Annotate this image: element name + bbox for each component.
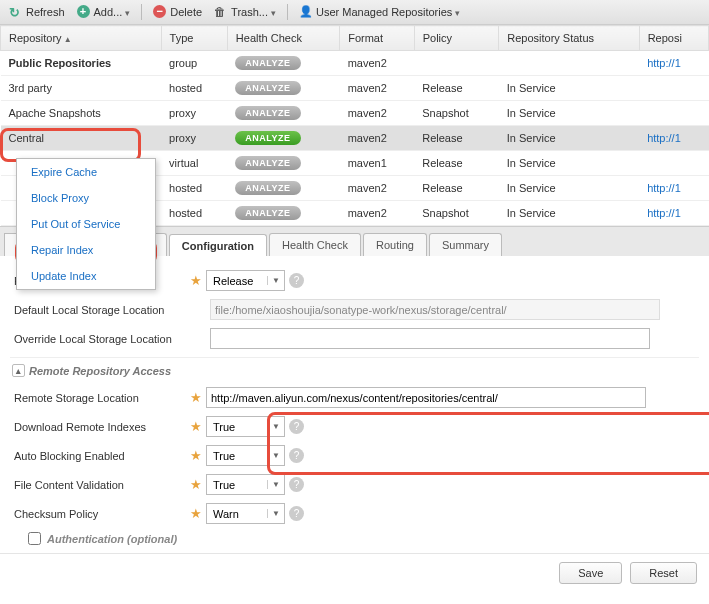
- health-check-cell: ANALYZE: [227, 151, 339, 176]
- analyze-button[interactable]: ANALYZE: [235, 56, 300, 70]
- checksum-value: Warn: [207, 508, 267, 520]
- format-cell: maven2: [340, 126, 415, 151]
- context-menu-item[interactable]: Update Index: [17, 263, 155, 289]
- policy-cell: Release: [414, 151, 499, 176]
- required-icon: ★: [190, 390, 202, 405]
- delete-button[interactable]: Delete: [149, 3, 206, 21]
- column-header[interactable]: Repository Status: [499, 26, 639, 51]
- repo-url-link[interactable]: http://1: [647, 207, 681, 219]
- column-header[interactable]: Reposi: [639, 26, 708, 51]
- chevron-down-icon: ▼: [267, 480, 284, 489]
- type-cell: hosted: [161, 201, 227, 226]
- reset-button[interactable]: Reset: [630, 562, 697, 584]
- dropdown-icon: [271, 6, 276, 18]
- remote-storage-input[interactable]: [206, 387, 646, 408]
- status-cell: In Service: [499, 76, 639, 101]
- context-menu: Expire CacheBlock ProxyPut Out of Servic…: [16, 158, 156, 290]
- required-icon: ★: [190, 273, 202, 288]
- repo-url-link[interactable]: http://1: [647, 132, 681, 144]
- health-check-cell: ANALYZE: [227, 176, 339, 201]
- analyze-button[interactable]: ANALYZE: [235, 156, 300, 170]
- required-icon: ★: [190, 448, 202, 463]
- auth-section-header[interactable]: Authentication (optional): [10, 528, 699, 549]
- help-icon[interactable]: [289, 448, 304, 463]
- status-cell: In Service: [499, 176, 639, 201]
- separator: [287, 4, 288, 20]
- collapse-icon[interactable]: ▴: [12, 364, 25, 377]
- health-check-cell: ANALYZE: [227, 126, 339, 151]
- help-icon[interactable]: [289, 506, 304, 521]
- file-validation-select[interactable]: True▼: [206, 474, 285, 495]
- tab-health-check[interactable]: Health Check: [269, 233, 361, 256]
- required-icon: ★: [190, 477, 202, 492]
- repo-url-link[interactable]: http://1: [647, 182, 681, 194]
- tab-routing[interactable]: Routing: [363, 233, 427, 256]
- repo-name-cell: Central: [1, 126, 162, 151]
- trash-icon: [214, 5, 228, 19]
- context-menu-item[interactable]: Expire Cache: [17, 159, 155, 185]
- repo-url-link[interactable]: http://1: [647, 57, 681, 69]
- dropdown-icon: [455, 6, 460, 18]
- analyze-button[interactable]: ANALYZE: [235, 181, 300, 195]
- repo-name-cell: Apache Snapshots: [1, 101, 162, 126]
- user-managed-button[interactable]: User Managed Repositories: [295, 3, 464, 21]
- auto-blocking-select[interactable]: True▼: [206, 445, 285, 466]
- help-icon[interactable]: [289, 419, 304, 434]
- user-managed-label: User Managed Repositories: [316, 6, 452, 18]
- checksum-select[interactable]: Warn▼: [206, 503, 285, 524]
- column-header[interactable]: Type: [161, 26, 227, 51]
- url-cell: [639, 101, 708, 126]
- health-check-cell: ANALYZE: [227, 201, 339, 226]
- trash-button[interactable]: Trash...: [210, 3, 280, 21]
- tab-configuration[interactable]: Configuration: [169, 234, 267, 256]
- context-menu-item[interactable]: Block Proxy: [17, 185, 155, 211]
- url-cell: [639, 151, 708, 176]
- add-button[interactable]: Add...: [73, 3, 135, 21]
- remote-section-header[interactable]: ▴ Remote Repository Access: [10, 357, 699, 383]
- format-cell: maven2: [340, 176, 415, 201]
- user-icon: [299, 5, 313, 19]
- status-cell: In Service: [499, 201, 639, 226]
- help-icon[interactable]: [289, 273, 304, 288]
- repo-name-cell: 3rd party: [1, 76, 162, 101]
- override-storage-input[interactable]: [210, 328, 650, 349]
- chevron-down-icon: ▼: [267, 422, 284, 431]
- download-indexes-label: Download Remote Indexes: [10, 421, 190, 433]
- default-storage-input: [210, 299, 660, 320]
- help-icon[interactable]: [289, 477, 304, 492]
- column-header[interactable]: Format: [340, 26, 415, 51]
- save-button[interactable]: Save: [559, 562, 622, 584]
- context-menu-item[interactable]: Repair Index: [17, 237, 155, 263]
- analyze-button[interactable]: ANALYZE: [235, 106, 300, 120]
- policy-cell: Release: [414, 176, 499, 201]
- format-cell: maven2: [340, 201, 415, 226]
- policy-cell: [414, 51, 499, 76]
- url-cell: http://1: [639, 126, 708, 151]
- type-cell: proxy: [161, 101, 227, 126]
- tab-summary[interactable]: Summary: [429, 233, 502, 256]
- table-row[interactable]: 3rd partyhostedANALYZEmaven2ReleaseIn Se…: [1, 76, 709, 101]
- analyze-button[interactable]: ANALYZE: [235, 206, 300, 220]
- status-cell: [499, 51, 639, 76]
- health-check-cell: ANALYZE: [227, 51, 339, 76]
- refresh-button[interactable]: Refresh: [5, 3, 69, 21]
- url-cell: [639, 76, 708, 101]
- column-header[interactable]: Repository: [1, 26, 162, 51]
- analyze-button[interactable]: ANALYZE: [235, 81, 300, 95]
- type-cell: hosted: [161, 76, 227, 101]
- repo-policy-value: Release: [207, 275, 267, 287]
- table-row[interactable]: CentralproxyANALYZEmaven2ReleaseIn Servi…: [1, 126, 709, 151]
- table-row[interactable]: Public RepositoriesgroupANALYZEmaven2htt…: [1, 51, 709, 76]
- column-header[interactable]: Health Check: [227, 26, 339, 51]
- context-menu-item[interactable]: Put Out of Service: [17, 211, 155, 237]
- repo-policy-select[interactable]: Release▼: [206, 270, 285, 291]
- table-row[interactable]: Apache SnapshotsproxyANALYZEmaven2Snapsh…: [1, 101, 709, 126]
- required-icon: ★: [190, 506, 202, 521]
- refresh-label: Refresh: [26, 6, 65, 18]
- format-cell: maven2: [340, 101, 415, 126]
- analyze-button[interactable]: ANALYZE: [235, 131, 300, 145]
- column-header[interactable]: Policy: [414, 26, 499, 51]
- auth-checkbox[interactable]: [28, 532, 41, 545]
- auto-blocking-label: Auto Blocking Enabled: [10, 450, 190, 462]
- download-indexes-select[interactable]: True▼: [206, 416, 285, 437]
